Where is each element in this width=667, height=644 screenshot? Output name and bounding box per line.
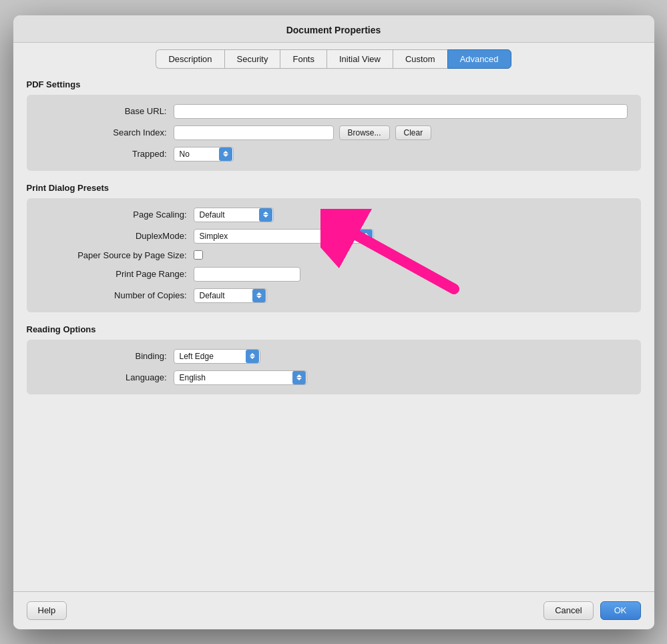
base-url-label: Base URL: (40, 106, 174, 116)
language-label: Language: (40, 372, 174, 382)
duplex-select[interactable]: Simplex DuplexFlipShortEdge DuplexFlipLo… (194, 229, 374, 244)
base-url-row: Base URL: (40, 104, 628, 119)
copies-select-wrapper: Default 1 2 3 (194, 288, 267, 303)
duplex-label: DuplexMode: (40, 231, 194, 241)
duplex-select-wrapper: Simplex DuplexFlipShortEdge DuplexFlipLo… (194, 229, 374, 244)
help-button[interactable]: Help (27, 601, 67, 620)
search-index-row: Search Index: Browse... Clear (40, 125, 628, 140)
copies-select[interactable]: Default 1 2 3 (194, 288, 267, 303)
pdf-settings-section: PDF Settings Base URL: Search Index: Bro… (27, 79, 641, 171)
binding-select[interactable]: Left Edge Right Edge (174, 349, 260, 364)
print-dialog-section: Print Dialog Presets Page Scaling: Defau… (27, 183, 641, 312)
paper-source-label: Paper Source by Page Size: (40, 250, 194, 260)
dialog-title: Document Properties (27, 25, 641, 35)
tab-fonts[interactable]: Fonts (280, 49, 326, 69)
print-dialog-body: Page Scaling: Default None Fit to Printa… (27, 198, 641, 312)
page-scaling-label: Page Scaling: (40, 210, 194, 220)
copies-row: Number of Copies: Default 1 2 3 (40, 288, 628, 303)
copies-label: Number of Copies: (40, 290, 194, 300)
reading-options-section: Reading Options Binding: Left Edge Right… (27, 324, 641, 394)
pdf-settings-body: Base URL: Search Index: Browse... Clear … (27, 95, 641, 171)
language-row: Language: English French German Spanish (40, 370, 628, 385)
trapped-label: Trapped: (40, 149, 174, 159)
language-select-wrapper: English French German Spanish (174, 370, 307, 385)
binding-label: Binding: (40, 351, 174, 361)
pdf-settings-title: PDF Settings (27, 79, 641, 89)
duplex-row: DuplexMode: Simplex DuplexFlipShortEdge … (40, 229, 628, 244)
clear-button[interactable]: Clear (395, 125, 432, 140)
footer: Help Cancel OK (13, 591, 654, 629)
ok-button[interactable]: OK (600, 601, 641, 620)
base-url-input[interactable] (174, 104, 628, 119)
print-range-input[interactable] (194, 267, 300, 282)
browse-button[interactable]: Browse... (339, 125, 390, 140)
print-dialog-title: Print Dialog Presets (27, 183, 641, 193)
footer-right-buttons: Cancel OK (543, 601, 640, 620)
trapped-row: Trapped: No Yes Unknown (40, 147, 628, 162)
document-properties-dialog: Document Properties Description Security… (13, 15, 654, 629)
tab-description[interactable]: Description (156, 49, 224, 69)
paper-source-checkbox[interactable] (194, 250, 203, 260)
page-scaling-select[interactable]: Default None Fit to Printable Area (194, 208, 274, 222)
paper-source-row: Paper Source by Page Size: (40, 250, 628, 260)
print-range-row: Print Page Range: (40, 267, 628, 282)
search-index-label: Search Index: (40, 127, 174, 137)
reading-options-body: Binding: Left Edge Right Edge Language: (27, 340, 641, 394)
search-index-input[interactable] (174, 125, 334, 140)
tab-custom[interactable]: Custom (393, 49, 447, 69)
binding-row: Binding: Left Edge Right Edge (40, 349, 628, 364)
tab-bar: Description Security Fonts Initial View … (13, 43, 654, 69)
page-scaling-row: Page Scaling: Default None Fit to Printa… (40, 208, 628, 222)
tab-security[interactable]: Security (224, 49, 280, 69)
content-area: PDF Settings Base URL: Search Index: Bro… (13, 69, 654, 591)
tab-initial-view[interactable]: Initial View (326, 49, 393, 69)
binding-select-wrapper: Left Edge Right Edge (174, 349, 260, 364)
cancel-button[interactable]: Cancel (543, 601, 593, 620)
tab-advanced[interactable]: Advanced (447, 49, 511, 69)
reading-options-title: Reading Options (27, 324, 641, 334)
language-select[interactable]: English French German Spanish (174, 370, 307, 385)
trapped-select[interactable]: No Yes Unknown (174, 147, 234, 162)
title-bar: Document Properties (13, 15, 654, 43)
trapped-select-wrapper: No Yes Unknown (174, 147, 234, 162)
page-scaling-select-wrapper: Default None Fit to Printable Area (194, 208, 274, 222)
print-range-label: Print Page Range: (40, 269, 194, 279)
